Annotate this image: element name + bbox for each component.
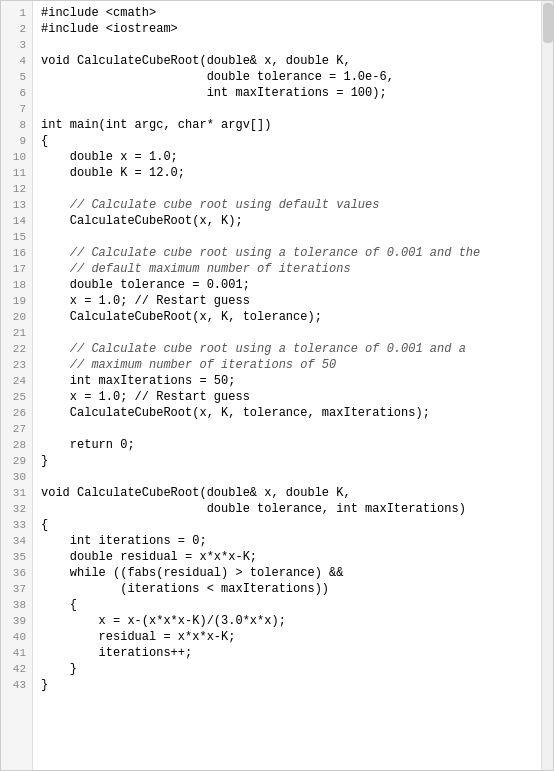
line-number-5: 5	[19, 69, 26, 85]
line-number-24: 24	[13, 373, 26, 389]
code-line-14: CalculateCubeRoot(x, K);	[41, 213, 533, 229]
code-line-7	[41, 101, 533, 117]
code-line-24: int maxIterations = 50;	[41, 373, 533, 389]
code-line-3	[41, 37, 533, 53]
code-line-4: void CalculateCubeRoot(double& x, double…	[41, 53, 533, 69]
line-number-25: 25	[13, 389, 26, 405]
code-line-25: x = 1.0; // Restart guess	[41, 389, 533, 405]
code-line-32: double tolerance, int maxIterations)	[41, 501, 533, 517]
line-number-33: 33	[13, 517, 26, 533]
code-line-9: {	[41, 133, 533, 149]
code-line-17: // default maximum number of iterations	[41, 261, 533, 277]
line-number-16: 16	[13, 245, 26, 261]
code-line-41: iterations++;	[41, 645, 533, 661]
code-line-42: }	[41, 661, 533, 677]
code-line-16: // Calculate cube root using a tolerance…	[41, 245, 533, 261]
line-number-23: 23	[13, 357, 26, 373]
line-number-43: 43	[13, 677, 26, 693]
line-number-36: 36	[13, 565, 26, 581]
code-line-37: (iterations < maxIterations))	[41, 581, 533, 597]
line-number-34: 34	[13, 533, 26, 549]
editor-container: 1234567891011121314151617181920212223242…	[0, 0, 554, 771]
line-number-11: 11	[13, 165, 26, 181]
line-number-32: 32	[13, 501, 26, 517]
line-number-22: 22	[13, 341, 26, 357]
line-number-41: 41	[13, 645, 26, 661]
code-line-20: CalculateCubeRoot(x, K, tolerance);	[41, 309, 533, 325]
code-line-10: double x = 1.0;	[41, 149, 533, 165]
code-line-27	[41, 421, 533, 437]
line-number-20: 20	[13, 309, 26, 325]
code-line-29: }	[41, 453, 533, 469]
code-line-26: CalculateCubeRoot(x, K, tolerance, maxIt…	[41, 405, 533, 421]
line-number-3: 3	[19, 37, 26, 53]
scrollbar-thumb[interactable]	[543, 3, 553, 43]
code-line-30	[41, 469, 533, 485]
code-line-1: #include <cmath>	[41, 5, 533, 21]
line-number-13: 13	[13, 197, 26, 213]
code-line-39: x = x-(x*x*x-K)/(3.0*x*x);	[41, 613, 533, 629]
line-number-18: 18	[13, 277, 26, 293]
code-line-19: x = 1.0; // Restart guess	[41, 293, 533, 309]
code-line-2: #include <iostream>	[41, 21, 533, 37]
line-numbers: 1234567891011121314151617181920212223242…	[1, 1, 33, 770]
code-line-35: double residual = x*x*x-K;	[41, 549, 533, 565]
code-line-13: // Calculate cube root using default val…	[41, 197, 533, 213]
code-line-18: double tolerance = 0.001;	[41, 277, 533, 293]
line-number-2: 2	[19, 21, 26, 37]
scrollbar[interactable]	[541, 1, 553, 770]
code-line-15	[41, 229, 533, 245]
line-number-15: 15	[13, 229, 26, 245]
code-line-43: }	[41, 677, 533, 693]
code-line-34: int iterations = 0;	[41, 533, 533, 549]
line-number-37: 37	[13, 581, 26, 597]
line-number-19: 19	[13, 293, 26, 309]
line-number-9: 9	[19, 133, 26, 149]
code-line-33: {	[41, 517, 533, 533]
line-number-35: 35	[13, 549, 26, 565]
line-number-39: 39	[13, 613, 26, 629]
code-line-8: int main(int argc, char* argv[])	[41, 117, 533, 133]
line-number-12: 12	[13, 181, 26, 197]
line-number-8: 8	[19, 117, 26, 133]
line-number-30: 30	[13, 469, 26, 485]
line-number-29: 29	[13, 453, 26, 469]
code-content[interactable]: #include <cmath>#include <iostream>void …	[33, 1, 541, 770]
code-line-21	[41, 325, 533, 341]
code-line-28: return 0;	[41, 437, 533, 453]
code-line-40: residual = x*x*x-K;	[41, 629, 533, 645]
code-line-12	[41, 181, 533, 197]
code-line-6: int maxIterations = 100);	[41, 85, 533, 101]
line-number-6: 6	[19, 85, 26, 101]
line-number-31: 31	[13, 485, 26, 501]
code-line-36: while ((fabs(residual) > tolerance) &&	[41, 565, 533, 581]
line-number-7: 7	[19, 101, 26, 117]
line-number-17: 17	[13, 261, 26, 277]
line-number-1: 1	[19, 5, 26, 21]
line-number-26: 26	[13, 405, 26, 421]
line-number-27: 27	[13, 421, 26, 437]
line-number-40: 40	[13, 629, 26, 645]
line-number-38: 38	[13, 597, 26, 613]
code-line-38: {	[41, 597, 533, 613]
line-number-4: 4	[19, 53, 26, 69]
line-number-28: 28	[13, 437, 26, 453]
code-line-5: double tolerance = 1.0e-6,	[41, 69, 533, 85]
line-number-10: 10	[13, 149, 26, 165]
code-line-31: void CalculateCubeRoot(double& x, double…	[41, 485, 533, 501]
line-number-14: 14	[13, 213, 26, 229]
line-number-21: 21	[13, 325, 26, 341]
code-line-23: // maximum number of iterations of 50	[41, 357, 533, 373]
line-number-42: 42	[13, 661, 26, 677]
code-line-11: double K = 12.0;	[41, 165, 533, 181]
code-line-22: // Calculate cube root using a tolerance…	[41, 341, 533, 357]
